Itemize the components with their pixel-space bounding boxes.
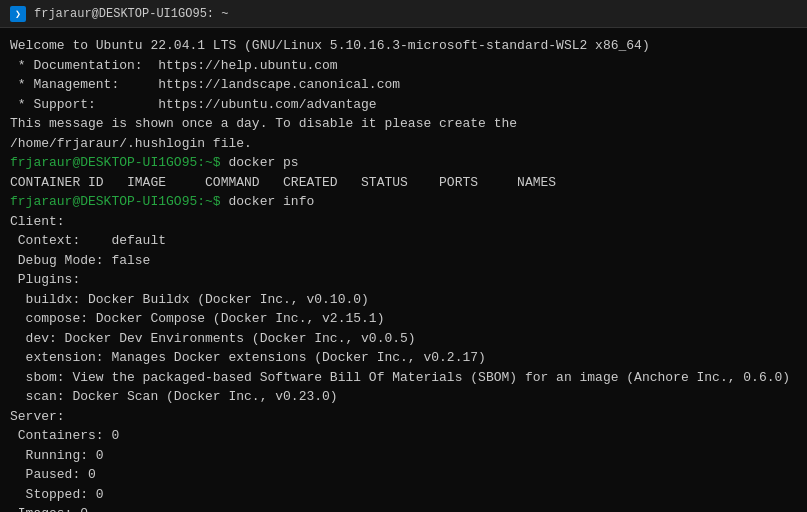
title-bar: ❯ frjaraur@DESKTOP-UI1GO95: ~ xyxy=(0,0,807,28)
terminal-line: Debug Mode: false xyxy=(10,251,797,271)
terminal-line: * Management: https://landscape.canonica… xyxy=(10,75,797,95)
terminal-line: Containers: 0 xyxy=(10,426,797,446)
terminal-icon: ❯ xyxy=(10,6,26,22)
terminal-line: scan: Docker Scan (Docker Inc., v0.23.0) xyxy=(10,387,797,407)
terminal-line: * Support: https://ubuntu.com/advantage xyxy=(10,95,797,115)
terminal-line: sbom: View the packaged-based Software B… xyxy=(10,368,797,388)
terminal-output: Welcome to Ubuntu 22.04.1 LTS (GNU/Linux… xyxy=(0,28,807,512)
terminal-line: Running: 0 xyxy=(10,446,797,466)
terminal-line: * Documentation: https://help.ubuntu.com xyxy=(10,56,797,76)
terminal-line: frjaraur@DESKTOP-UI1GO95:~$ docker ps xyxy=(10,153,797,173)
terminal-line: Stopped: 0 xyxy=(10,485,797,505)
terminal-line: Paused: 0 xyxy=(10,465,797,485)
terminal-line: Plugins: xyxy=(10,270,797,290)
terminal-line: dev: Docker Dev Environments (Docker Inc… xyxy=(10,329,797,349)
terminal-line: buildx: Docker Buildx (Docker Inc., v0.1… xyxy=(10,290,797,310)
terminal-line: This message is shown once a day. To dis… xyxy=(10,114,797,134)
terminal-line: Client: xyxy=(10,212,797,232)
terminal-line: Server: xyxy=(10,407,797,427)
terminal-line: Welcome to Ubuntu 22.04.1 LTS (GNU/Linux… xyxy=(10,36,797,56)
terminal-line: /home/frjaraur/.hushlogin file. xyxy=(10,134,797,154)
terminal-line: Images: 0 xyxy=(10,504,797,512)
terminal-line: extension: Manages Docker extensions (Do… xyxy=(10,348,797,368)
title-bar-text: frjaraur@DESKTOP-UI1GO95: ~ xyxy=(34,7,228,21)
terminal-line: CONTAINER ID IMAGE COMMAND CREATED STATU… xyxy=(10,173,797,193)
terminal-line: frjaraur@DESKTOP-UI1GO95:~$ docker info xyxy=(10,192,797,212)
terminal-line: compose: Docker Compose (Docker Inc., v2… xyxy=(10,309,797,329)
terminal-line: Context: default xyxy=(10,231,797,251)
